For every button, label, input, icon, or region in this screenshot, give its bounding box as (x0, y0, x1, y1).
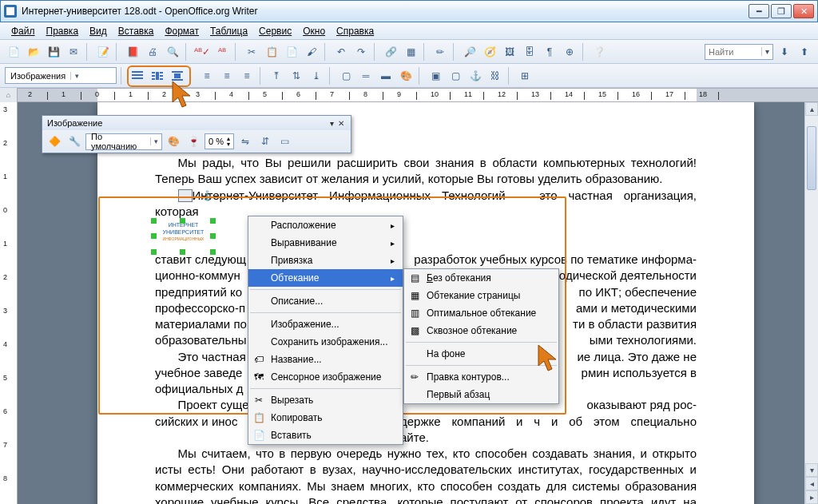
horizontal-ruler[interactable]: 3210123456789101112131415161718 (18, 88, 818, 102)
ctx-description[interactable]: Описание... (248, 292, 403, 310)
wrap-through[interactable]: ▩Сквозное обтекание (404, 322, 558, 339)
open-button[interactable]: 📂 (25, 43, 42, 61)
copy-button[interactable]: 📋 (263, 43, 280, 61)
align-right-button[interactable]: ≡ (238, 67, 256, 85)
filter-button[interactable]: 🔶 (46, 133, 63, 150)
help-button[interactable]: ❔ (590, 43, 608, 61)
middle-button[interactable]: ⇅ (288, 67, 305, 85)
anchor-button[interactable]: ⚓ (467, 67, 484, 85)
undo-button[interactable]: ↶ (332, 43, 350, 61)
menu-edit[interactable]: Правка (42, 24, 84, 38)
ctx-image[interactable]: Изображение... (248, 315, 403, 333)
scroll-thumb[interactable] (807, 126, 816, 190)
ctx-align[interactable]: Выравнивание▸ (248, 234, 403, 252)
pdf-button[interactable]: 📕 (124, 43, 141, 61)
vertical-scrollbar[interactable]: ▴ ▾ ◂ ▸ (804, 102, 818, 504)
format-paint-button[interactable]: 🖌 (303, 43, 320, 61)
minimize-button[interactable]: ━ (749, 4, 769, 18)
menu-window[interactable]: Окно (298, 24, 330, 38)
ctx-name[interactable]: 🏷Название... (248, 351, 403, 368)
ctx-cut[interactable]: ✂Вырезать (248, 391, 403, 409)
toolbar-dropdown-icon[interactable]: ▾ (327, 119, 336, 128)
top-button[interactable]: ⤒ (268, 67, 285, 85)
align-left-button[interactable]: ≡ (198, 67, 216, 85)
context-menu[interactable]: Расположение▸ Выравнивание▸ Привязка▸ Об… (248, 216, 403, 445)
unlink-button[interactable]: ⛓ (486, 67, 504, 85)
nonprint-button[interactable]: ¶ (541, 43, 558, 61)
ctx-paste[interactable]: 📄Вставить (248, 427, 403, 444)
gallery-button[interactable]: 🖼 (501, 43, 518, 61)
find-dropdown[interactable]: ▾ (761, 47, 772, 56)
wrap-contour[interactable]: ✏Правка контуров... (404, 368, 558, 386)
print-button[interactable]: 🖨 (144, 43, 161, 61)
wrap-first-para[interactable]: Первый абзац (404, 386, 558, 403)
menu-tools[interactable]: Сервис (254, 24, 296, 38)
color-button[interactable]: 🎨 (165, 133, 182, 150)
ctx-sensor[interactable]: 🗺Сенсорное изображение (248, 368, 403, 386)
linecolor-button[interactable]: ▬ (377, 67, 395, 85)
drawing-button[interactable]: ✏ (431, 43, 449, 61)
wrap-none[interactable]: ▤Без обтекания (404, 269, 558, 287)
hyperlink-button[interactable]: 🔗 (382, 43, 399, 61)
transparency-button[interactable]: 🍷 (185, 133, 202, 150)
linestyle-button[interactable]: ═ (357, 67, 375, 85)
flip-v-button[interactable]: ⇵ (256, 133, 274, 150)
menu-format[interactable]: Формат (160, 24, 204, 38)
email-button[interactable]: ✉ (65, 43, 82, 61)
preview-button[interactable]: 🔍 (164, 43, 181, 61)
menu-table[interactable]: Таблица (205, 24, 252, 38)
menu-file[interactable]: Файл (6, 24, 40, 38)
ctx-anchor[interactable]: Привязка▸ (248, 252, 403, 269)
vertical-ruler[interactable]: 321012345678 (0, 102, 18, 504)
send-back-button[interactable]: ▢ (447, 67, 464, 85)
bring-front-button[interactable]: ▣ (427, 67, 444, 85)
new-doc-button[interactable]: 📄 (5, 43, 22, 61)
wrap-submenu[interactable]: ▤Без обтекания ▦Обтекание страницы ▥Опти… (403, 268, 559, 404)
align-center-button[interactable]: ≡ (218, 67, 236, 85)
navigator-button[interactable]: 🧭 (481, 43, 498, 61)
flip-h-button[interactable]: ⇋ (236, 133, 254, 150)
style-combo-dropdown[interactable]: ▾ (70, 72, 82, 80)
bgcolor-button[interactable]: 🎨 (397, 67, 415, 85)
find-button[interactable]: 🔎 (461, 43, 478, 61)
wrap-optimal[interactable]: ▥Оптимальное обтекание (404, 304, 558, 322)
graphics-mode-combo[interactable]: По умолчанию▾ (85, 133, 162, 150)
frame-props-button[interactable]: ⊞ (516, 67, 534, 85)
wrap-page[interactable]: ▦Обтекание страницы (404, 287, 558, 304)
datasource-button[interactable]: 🗄 (521, 43, 538, 61)
ctx-arrange[interactable]: Расположение▸ (248, 216, 403, 234)
prev-page-button[interactable]: ◂ (805, 477, 818, 490)
scroll-up-button[interactable]: ▴ (805, 102, 818, 116)
edit-mode-button[interactable]: 📝 (94, 43, 112, 61)
find-next-button[interactable]: ⬇ (776, 43, 793, 61)
style-combo[interactable]: Изображения ▾ (5, 67, 117, 84)
menu-help[interactable]: Справка (332, 24, 379, 38)
menu-view[interactable]: Вид (85, 24, 112, 38)
find-box[interactable]: ▾ (705, 44, 773, 60)
wrap-through-button[interactable] (169, 67, 186, 85)
wrap-page-button[interactable] (149, 67, 166, 85)
spellcheck-button[interactable]: ᴬᴮ✓ (193, 43, 211, 61)
next-page-button[interactable]: ▸ (805, 490, 818, 504)
paste-button[interactable]: 📄 (283, 43, 300, 61)
frame-button[interactable]: ▭ (276, 133, 294, 150)
redo-button[interactable]: ↷ (352, 43, 370, 61)
scroll-down-button[interactable]: ▾ (805, 463, 818, 477)
maximize-button[interactable]: ❐ (771, 4, 792, 18)
transparency-value[interactable]: 0 %▴▾ (204, 133, 234, 149)
wrap-off-button[interactable] (129, 67, 146, 85)
graphics-menu-button[interactable]: 🔧 (66, 133, 83, 150)
save-button[interactable]: 💾 (45, 43, 62, 61)
toolbar-close-icon[interactable]: ✕ (336, 119, 346, 128)
ctx-copy[interactable]: 📋Копировать (248, 409, 403, 427)
wrap-background[interactable]: На фоне (404, 345, 558, 363)
ctx-wrap[interactable]: Обтекание▸ (248, 269, 403, 287)
embedded-image[interactable]: ИНТЕРНЕТ УНИВЕРСИТЕТ ИНФОРМАЦИОННЫХ (154, 221, 212, 252)
table-button[interactable]: ▦ (402, 43, 419, 61)
autospell-button[interactable]: ᴬᴮ (213, 43, 231, 61)
find-input[interactable] (705, 47, 761, 57)
bottom-button[interactable]: ⤓ (308, 67, 325, 85)
borders-button[interactable]: ▢ (337, 67, 355, 85)
image-toolbar-title[interactable]: Изображение ▾ ✕ (42, 116, 351, 130)
menu-insert[interactable]: Вставка (113, 24, 159, 38)
